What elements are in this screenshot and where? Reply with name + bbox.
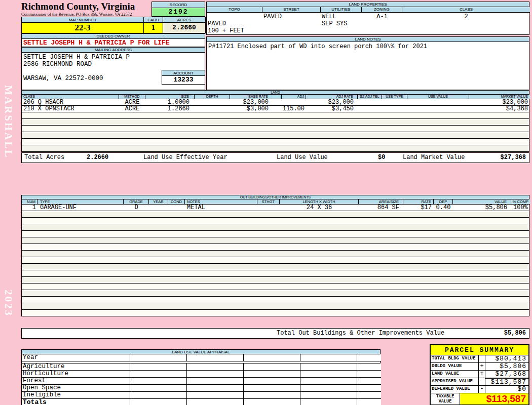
cell: $3,450 — [306, 106, 358, 112]
cell — [358, 106, 382, 112]
summary-label: OBLDG VALUE — [431, 363, 479, 370]
county-header: Richmond County, Virginia Commissioner o… — [21, 1, 151, 18]
cell — [382, 99, 407, 105]
summary-row: TOTAL BLDG VALUE $80,413 — [431, 355, 528, 363]
empty-cell — [130, 392, 187, 399]
empty-cell — [244, 354, 300, 361]
account-label: ACCOUNT — [162, 70, 205, 76]
parcel-summary: PARCEL SUMMARY TOTAL BLDG VALUE $80,413 … — [430, 344, 529, 405]
out-buildings-body: 1 GARAGE-UNF D METAL 24 X 36 864 SF $17 … — [21, 205, 529, 316]
summary-value: $5,806 — [485, 363, 528, 370]
empty-cell — [244, 399, 300, 405]
land-properties-body: PAVED WELL A-1 2 PAVED SEP SYS 100 + FEE… — [206, 13, 529, 35]
cell: ACRE — [119, 106, 145, 112]
land-row: 206 Q HSACR ACRE 1.0000 $23,000 $23,000 … — [22, 99, 529, 106]
cell: 100% — [511, 205, 530, 211]
out-buildings-total-label: Total Out Buildings & Other Improvements… — [277, 329, 444, 338]
county-title: Richmond County, Virginia — [21, 1, 151, 12]
cell-class: 2 — [402, 13, 530, 20]
empty-row — [22, 270, 529, 277]
mailing-address-body: SETTLE JOSEPH H & PATRICIA P 2586 RICHMO… — [21, 53, 205, 90]
land-title: LAND — [21, 90, 529, 95]
empty-cell — [300, 371, 357, 378]
empty-cell — [300, 363, 357, 371]
row-label: Totals — [22, 399, 130, 405]
empty-cell — [187, 399, 244, 405]
cell: 1 — [22, 205, 37, 211]
cell-street — [262, 20, 321, 27]
empty-row — [22, 251, 529, 257]
acres-value: 2.2660 — [163, 23, 206, 33]
account-value: 13233 — [162, 76, 205, 85]
empty-row — [22, 126, 529, 132]
out-buildings-title: OUT BUILDINGS/OTHER IMPROVEMENTS — [21, 195, 529, 199]
taxable-value-row: TAXABLE VALUE $113,587 — [431, 393, 528, 404]
empty-row — [22, 231, 529, 237]
total-acres-label: Total Acres — [24, 153, 64, 163]
empty-row — [22, 211, 529, 218]
record-value: 2192 — [151, 8, 205, 17]
mailing-address-label: MAILING ADDRESS — [21, 47, 205, 53]
empty-cell — [130, 354, 187, 361]
land-properties-row: 100 + FEET — [207, 27, 529, 34]
cell: 864 SF — [359, 205, 403, 211]
column-header: CLASS — [402, 7, 530, 13]
summary-row: LAND VALUE + $27,368 — [431, 371, 528, 378]
empty-cell — [187, 363, 244, 371]
column-header: YEAR — [149, 199, 168, 205]
cell — [407, 106, 469, 112]
row-label: Year — [22, 354, 130, 361]
cell: 1.0000 — [145, 99, 195, 105]
acres-label: ACRES — [163, 17, 206, 23]
taxable-value-label: TAXABLE VALUE — [431, 393, 460, 404]
summary-value: $27,368 — [485, 371, 528, 378]
land-use-value-label: Land Use Value — [277, 153, 328, 163]
column-header: SZ ADJ TBL — [358, 95, 382, 99]
empty-cell — [300, 385, 357, 392]
sidebar-vendor-label: MARSHALL — [2, 85, 15, 158]
assessment-record-page: { "colors":{"page_bg":"#f9c6d2","section… — [0, 0, 532, 405]
column-header: DEPTH — [195, 95, 230, 99]
empty-cell — [357, 371, 381, 378]
empty-cell — [357, 378, 381, 385]
column-header: ADJ — [282, 95, 306, 99]
cell-street — [262, 27, 321, 34]
cell — [407, 99, 469, 105]
land-notes-section: LAND NOTES P#11721 Enclosed part of WD i… — [206, 36, 529, 90]
empty-cell — [244, 371, 300, 378]
land-properties-row: PAVED WELL A-1 2 — [207, 13, 529, 20]
empty-cell — [130, 371, 187, 378]
map-number-label: MAP NUMBER — [22, 17, 144, 23]
summary-label: LAND VALUE — [431, 371, 479, 378]
out-building-row: 1 GARAGE-UNF D METAL 24 X 36 864 SF $17 … — [22, 205, 529, 211]
cell: 206 Q HSACR — [22, 99, 119, 105]
card-label: CARD — [144, 17, 163, 23]
appraisal-row-totals: Totals — [21, 399, 381, 405]
land-notes-text: P#11721 Enclosed part of WD into screen … — [206, 42, 529, 90]
cell-utilities — [321, 27, 362, 34]
cell: D — [124, 205, 149, 211]
empty-cell — [357, 392, 381, 399]
cell: $23,000 — [469, 99, 530, 105]
cell — [149, 205, 168, 211]
column-header: STHGT — [257, 199, 280, 205]
deeded-owner-value: SETTLE JOSEPH H & PATRICIA P FOR LIFE — [21, 39, 205, 47]
empty-cell — [357, 354, 381, 361]
empty-row — [22, 119, 529, 126]
empty-row — [22, 303, 529, 310]
cell — [382, 106, 407, 112]
land-totals-row: Total Acres 2.2660 Land Use Effective Ye… — [21, 152, 529, 163]
summary-value: $113,587 — [485, 378, 528, 385]
land-body: 206 Q HSACR ACRE 1.0000 $23,000 $23,000 … — [21, 99, 529, 152]
land-use-value: $0 — [378, 153, 385, 163]
cell: 1.2660 — [145, 106, 195, 112]
empty-cell — [300, 378, 357, 385]
cell: $5,806 — [453, 205, 511, 211]
cell-utilities: SEP SYS — [321, 20, 362, 27]
record-box: RECORD 2192 — [151, 2, 205, 17]
empty-row — [22, 264, 529, 270]
appraisal-row-year: Year — [21, 354, 381, 361]
empty-cell — [300, 392, 357, 399]
empty-row — [22, 310, 529, 316]
empty-row — [22, 145, 529, 152]
